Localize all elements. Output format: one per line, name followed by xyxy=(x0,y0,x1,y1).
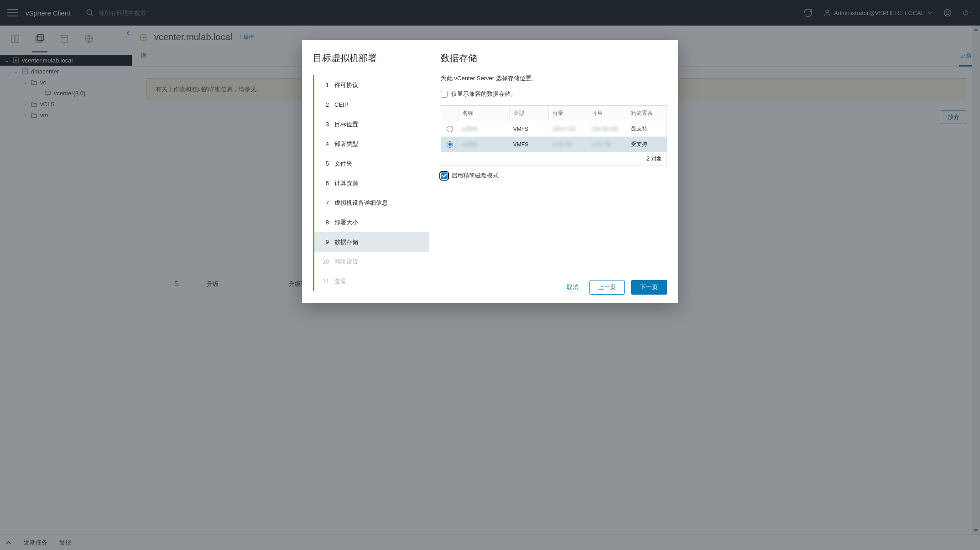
table-footer: 2 对象 xyxy=(441,152,667,166)
cell-capacity: 349.5 GB xyxy=(549,122,588,136)
prev-button[interactable]: 上一页 xyxy=(589,280,625,295)
wizard-step-8[interactable]: 8部署大小 xyxy=(314,213,429,232)
section-hint: 为此 vCenter Server 选择存储位置。 xyxy=(441,74,667,83)
cell-free: 1.57 TB xyxy=(588,138,627,151)
col-capacity: 容量 xyxy=(549,106,588,121)
wizard-title: 目标虚拟机部署 xyxy=(313,52,429,64)
wizard-step-11: 11查看 xyxy=(314,271,429,291)
cell-type: VMFS xyxy=(510,122,549,136)
col-thin: 精简置备 xyxy=(627,106,667,121)
cell-name: p3900 xyxy=(459,122,510,136)
wizard-step-7[interactable]: 7虚拟机设备详细信息 xyxy=(314,193,429,213)
col-type: 类型 xyxy=(510,106,549,121)
next-button[interactable]: 下一页 xyxy=(631,280,667,295)
cancel-button[interactable]: 取消 xyxy=(562,280,583,295)
wizard-step-3[interactable]: 3目标位置 xyxy=(314,114,429,134)
wizard-step-1[interactable]: 1许可协议 xyxy=(314,75,429,95)
cell-capacity: 3.28 TB xyxy=(549,138,588,151)
wizard-step-4[interactable]: 4部署类型 xyxy=(314,134,429,154)
wizard-step-5[interactable]: 5文件夹 xyxy=(314,154,429,173)
deploy-wizard-modal: 目标虚拟机部署 1许可协议2CEIP3目标位置4部署类型5文件夹6计算资源7虚拟… xyxy=(302,40,678,303)
checkbox-icon[interactable] xyxy=(441,91,448,98)
col-name: 名称 xyxy=(459,106,510,121)
only-compatible-checkbox[interactable]: 仅显示兼容的数据存储。 xyxy=(441,90,667,98)
table-row[interactable]: p3900VMFS349.5 GB234.56 GB受支持 xyxy=(441,121,667,137)
cell-thin: 受支持 xyxy=(627,137,667,152)
col-free: 可用 xyxy=(588,106,627,121)
checkbox-icon[interactable] xyxy=(441,172,448,179)
wizard-step-9[interactable]: 9数据存储 xyxy=(314,232,429,252)
cell-free: 234.56 GB xyxy=(588,122,627,136)
cell-type: VMFS xyxy=(510,138,549,151)
cell-name: sd890 xyxy=(459,138,510,151)
cell-thin: 受支持 xyxy=(627,121,667,136)
thin-mode-checkbox[interactable]: 启用精简磁盘模式 xyxy=(441,171,667,180)
table-row[interactable]: sd890VMFS3.28 TB1.57 TB受支持 xyxy=(441,137,667,152)
datastore-table: 名称 类型 容量 可用 精简置备 p3900VMFS349.5 GB234.56… xyxy=(441,105,667,166)
wizard-step-2[interactable]: 2CEIP xyxy=(314,95,429,114)
section-title: 数据存储 xyxy=(441,52,667,64)
radio-icon[interactable] xyxy=(447,141,453,148)
wizard-step-6[interactable]: 6计算资源 xyxy=(314,173,429,193)
wizard-step-10: 10网络设置 xyxy=(314,252,429,271)
radio-icon[interactable] xyxy=(447,126,453,132)
